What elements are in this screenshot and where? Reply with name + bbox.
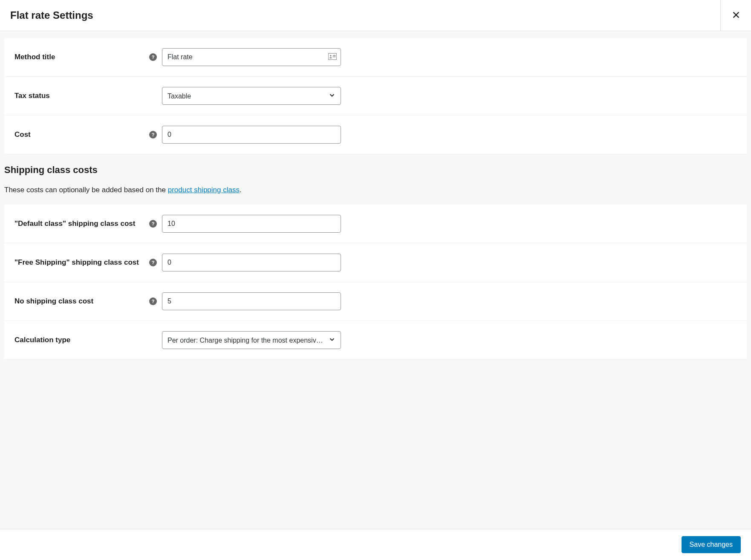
tax-status-select[interactable]: Taxable bbox=[162, 87, 341, 105]
row-free-shipping-class-cost: "Free Shipping" shipping class cost ? bbox=[4, 243, 747, 282]
flat-rate-settings-modal: Flat rate Settings Method title ? bbox=[0, 0, 751, 560]
free-shipping-class-input[interactable] bbox=[162, 254, 341, 271]
free-shipping-class-label: "Free Shipping" shipping class cost bbox=[14, 258, 139, 267]
row-cost: Cost ? bbox=[4, 115, 747, 154]
close-icon bbox=[731, 10, 741, 21]
calc-type-select[interactable]: Per order: Charge shipping for the most … bbox=[162, 331, 341, 349]
modal-body: Method title ? bbox=[0, 31, 751, 529]
row-default-class-cost: "Default class" shipping class cost ? bbox=[4, 205, 747, 243]
modal-header: Flat rate Settings bbox=[0, 0, 751, 31]
no-class-input[interactable] bbox=[162, 292, 341, 310]
method-title-label: Method title bbox=[14, 53, 55, 61]
help-icon[interactable]: ? bbox=[149, 131, 157, 139]
cost-input[interactable] bbox=[162, 126, 341, 144]
shipping-class-costs-desc: These costs can optionally be added base… bbox=[0, 180, 751, 205]
close-button[interactable] bbox=[728, 7, 745, 24]
settings-table-general: Method title ? bbox=[4, 38, 747, 154]
row-tax-status: Tax status Taxable bbox=[4, 77, 747, 115]
row-calc-type: Calculation type Per order: Charge shipp… bbox=[4, 321, 747, 360]
row-no-class-cost: No shipping class cost ? bbox=[4, 282, 747, 321]
save-button[interactable]: Save changes bbox=[682, 536, 741, 553]
calc-type-label: Calculation type bbox=[14, 336, 70, 344]
help-icon[interactable]: ? bbox=[149, 259, 157, 266]
method-title-input[interactable] bbox=[162, 48, 341, 66]
default-class-label: "Default class" shipping class cost bbox=[14, 219, 136, 228]
tax-status-label: Tax status bbox=[14, 92, 50, 100]
no-class-label: No shipping class cost bbox=[14, 297, 93, 306]
help-icon[interactable]: ? bbox=[149, 297, 157, 305]
modal-title: Flat rate Settings bbox=[0, 1, 720, 30]
row-method-title: Method title ? bbox=[4, 38, 747, 77]
cost-label: Cost bbox=[14, 130, 31, 139]
settings-table-shipping-class: "Default class" shipping class cost ? "F… bbox=[4, 205, 747, 360]
default-class-input[interactable] bbox=[162, 215, 341, 233]
modal-footer: Save changes bbox=[0, 529, 751, 560]
product-shipping-class-link[interactable]: product shipping class bbox=[168, 186, 240, 194]
shipping-class-costs-heading: Shipping class costs bbox=[0, 154, 751, 180]
help-icon[interactable]: ? bbox=[149, 53, 157, 61]
help-icon[interactable]: ? bbox=[149, 220, 157, 228]
